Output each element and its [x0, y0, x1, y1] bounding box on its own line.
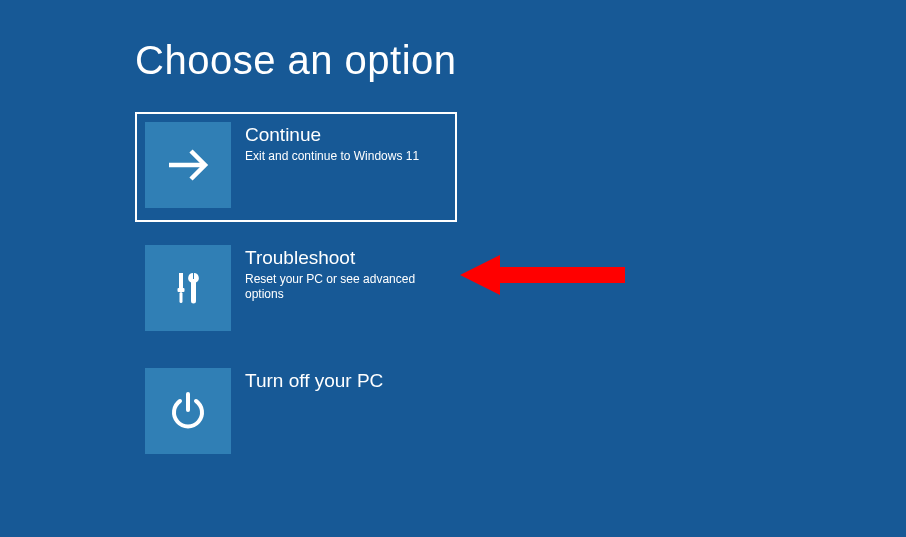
- svg-rect-1: [179, 273, 183, 289]
- tools-icon: [145, 245, 231, 331]
- continue-option[interactable]: Continue Exit and continue to Windows 11: [135, 112, 457, 222]
- continue-title: Continue: [245, 124, 419, 147]
- turnoff-title: Turn off your PC: [245, 370, 383, 393]
- annotation-arrow: [460, 250, 640, 300]
- continue-description: Exit and continue to Windows 11: [245, 149, 419, 165]
- turnoff-option[interactable]: Turn off your PC: [135, 358, 457, 468]
- troubleshoot-title: Troubleshoot: [245, 247, 447, 270]
- svg-rect-2: [178, 288, 185, 292]
- power-icon: [145, 368, 231, 454]
- continue-text: Continue Exit and continue to Windows 11: [231, 122, 419, 164]
- turnoff-text: Turn off your PC: [231, 368, 383, 393]
- svg-marker-5: [460, 255, 625, 295]
- troubleshoot-description: Reset your PC or see advanced options: [245, 272, 447, 303]
- troubleshoot-text: Troubleshoot Reset your PC or see advanc…: [231, 245, 447, 303]
- troubleshoot-option[interactable]: Troubleshoot Reset your PC or see advanc…: [135, 235, 457, 345]
- arrow-right-icon: [145, 122, 231, 208]
- options-list: Continue Exit and continue to Windows 11…: [135, 112, 457, 481]
- svg-rect-3: [180, 292, 183, 303]
- page-title: Choose an option: [135, 38, 457, 83]
